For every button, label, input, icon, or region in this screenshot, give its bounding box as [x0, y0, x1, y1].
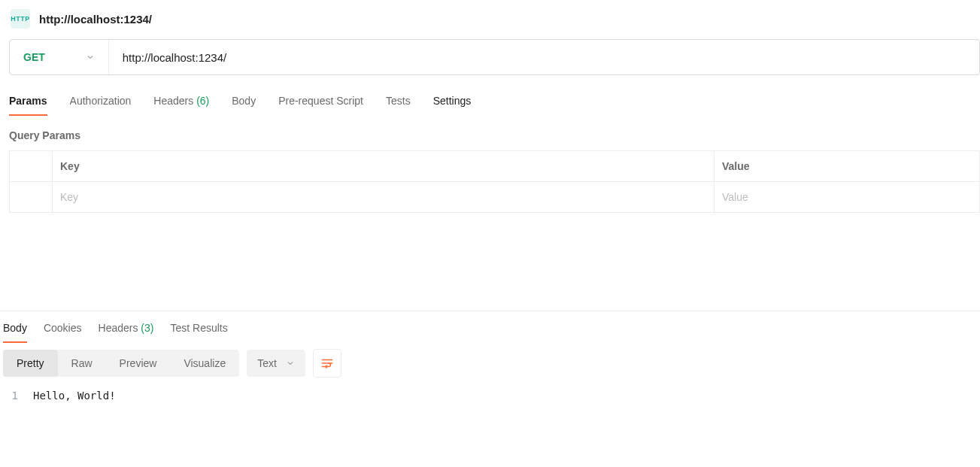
request-title: http://localhost:1234/	[39, 13, 152, 26]
response-tabs: Body Cookies Headers (3) Test Results	[0, 311, 980, 343]
line-text: Hello, World!	[33, 390, 116, 402]
http-icon: HTTP	[11, 9, 30, 29]
key-header: Key	[53, 151, 715, 181]
resp-tab-body[interactable]: Body	[3, 322, 27, 343]
tab-tests[interactable]: Tests	[386, 95, 411, 116]
resp-tab-test-results[interactable]: Test Results	[170, 322, 227, 343]
value-input[interactable]: Value	[715, 182, 979, 212]
tab-headers[interactable]: Headers (6)	[153, 95, 209, 116]
wrap-lines-button[interactable]	[313, 349, 341, 378]
table-row[interactable]: Key Value	[10, 182, 979, 212]
resp-tab-headers-label: Headers	[99, 322, 138, 334]
content-type-label: Text	[257, 357, 277, 369]
tab-authorization[interactable]: Authorization	[70, 95, 132, 116]
resp-tab-headers[interactable]: Headers (3)	[99, 322, 154, 343]
resp-tab-cookies[interactable]: Cookies	[44, 322, 82, 343]
request-tabs: Params Authorization Headers (6) Body Pr…	[0, 75, 980, 116]
view-mode-visualize[interactable]: Visualize	[170, 350, 239, 377]
resp-tab-headers-count: (3)	[141, 322, 153, 334]
checkbox-header-cell	[10, 151, 53, 181]
tab-body[interactable]: Body	[232, 95, 256, 116]
code-line: 1 Hello, World!	[3, 390, 977, 402]
query-params-title: Query Params	[0, 116, 980, 150]
tab-params[interactable]: Params	[9, 95, 47, 116]
key-input[interactable]: Key	[53, 182, 715, 212]
chevron-down-icon	[286, 359, 295, 368]
query-params-table: Key Value Key Value	[9, 150, 980, 213]
chevron-down-icon	[86, 53, 95, 62]
view-mode-pretty[interactable]: Pretty	[3, 350, 58, 377]
content-type-select[interactable]: Text	[247, 350, 305, 377]
view-mode-preview[interactable]: Preview	[106, 350, 171, 377]
tab-headers-label: Headers	[153, 95, 193, 107]
http-method-select[interactable]: GET	[10, 40, 109, 74]
checkbox-cell[interactable]	[10, 182, 53, 212]
http-method-label: GET	[23, 51, 45, 63]
tab-headers-count: (6)	[196, 95, 209, 107]
value-header: Value	[715, 151, 979, 181]
view-mode-raw[interactable]: Raw	[58, 350, 106, 377]
view-mode-group: Pretty Raw Preview Visualize	[3, 350, 239, 377]
table-header-row: Key Value	[10, 151, 979, 182]
line-number: 1	[3, 390, 33, 402]
url-input[interactable]	[109, 40, 979, 74]
tab-settings[interactable]: Settings	[433, 95, 472, 116]
request-tab-header: HTTP http://localhost:1234/	[0, 0, 980, 39]
response-body[interactable]: 1 Hello, World!	[0, 384, 980, 408]
url-bar: GET	[9, 39, 980, 75]
wrap-icon	[320, 356, 334, 370]
tab-prerequest[interactable]: Pre-request Script	[278, 95, 363, 116]
view-mode-row: Pretty Raw Preview Visualize Text	[0, 343, 980, 384]
